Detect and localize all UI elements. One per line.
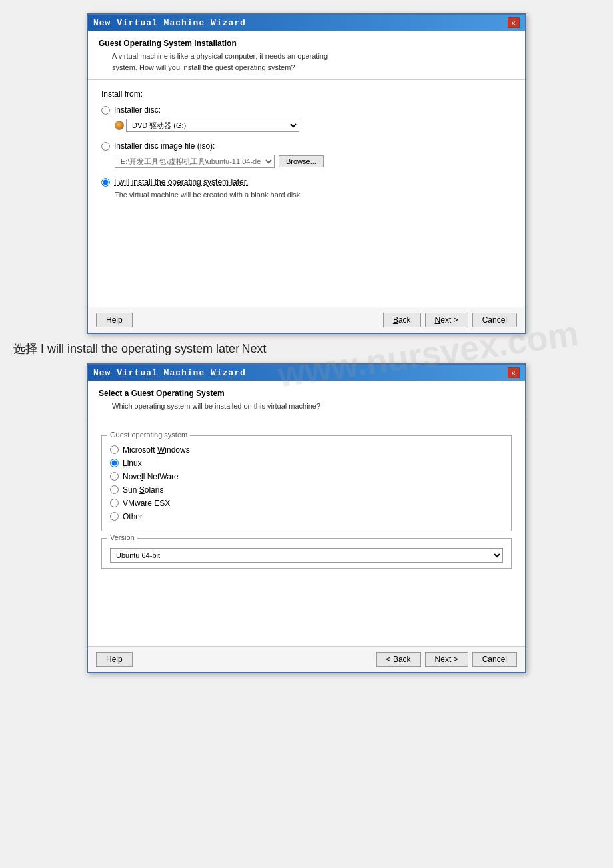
wizard2-window: New Virtual Machine Wizard ✕ Select a Gu… xyxy=(87,363,526,673)
wizard1-title: New Virtual Machine Wizard xyxy=(93,18,246,28)
later-description: The virtual machine will be created with… xyxy=(115,191,512,199)
version-group: Version Ubuntu 64-bit Ubuntu Other Linux… xyxy=(101,538,512,569)
wizard2-header-desc: Which operating system will be installed… xyxy=(99,401,514,412)
wizard1-help-button[interactable]: Help xyxy=(96,313,133,327)
footer-right-1: Back Next > Cancel xyxy=(383,313,517,327)
wizard1-body: Install from: Installer disc: DVD 驱动器 (G… xyxy=(88,80,525,307)
footer-right-2: < Back Next > Cancel xyxy=(376,652,517,667)
esx-radio-row: VMware ESX xyxy=(110,499,503,508)
later-radio-row: I will install the operating system late… xyxy=(101,177,512,187)
wizard1-footer: Help Back Next > Cancel xyxy=(88,307,525,333)
installer-disc-label: Installer disc: xyxy=(114,105,161,115)
solaris-radio-row: Sun Solaris xyxy=(110,485,503,495)
novell-radio[interactable] xyxy=(110,472,119,481)
later-radio[interactable] xyxy=(101,178,110,187)
linux-label: Linux xyxy=(123,459,142,468)
wizard1-header: Guest Operating System Installation A vi… xyxy=(88,31,525,80)
wizard1-cancel-button[interactable]: Cancel xyxy=(472,313,517,327)
esx-label: VMware ESX xyxy=(123,499,170,508)
wizard1-back-button[interactable]: Back xyxy=(383,313,421,327)
install-from-label: Install from: xyxy=(101,89,512,99)
windows-label: Microsoft Windows xyxy=(123,445,190,455)
wizard1-window: New Virtual Machine Wizard ✕ Guest Opera… xyxy=(87,13,526,334)
browse-button[interactable]: Browse... xyxy=(279,155,324,167)
dvd-select[interactable]: DVD 驱动器 (G:) xyxy=(126,119,299,132)
wizard1-close-button[interactable]: ✕ xyxy=(508,17,520,28)
wizard1-titlebar: New Virtual Machine Wizard ✕ xyxy=(88,15,525,31)
guest-os-legend: Guest operating system xyxy=(107,431,190,439)
windows-radio-row: Microsoft Windows xyxy=(110,445,503,455)
guest-os-options: Microsoft Windows Linux Novell NetWare xyxy=(110,445,503,521)
footer-left-2: Help xyxy=(96,652,133,667)
installer-disc-row: Installer disc: xyxy=(101,105,512,115)
windows-radio[interactable] xyxy=(110,445,119,454)
wizard2-footer: Help < Back Next > Cancel xyxy=(88,646,525,672)
wizard2-header-title: Select a Guest Operating System xyxy=(99,389,514,398)
novell-radio-row: Novell NetWare xyxy=(110,472,503,481)
footer-left-1: Help xyxy=(96,313,133,327)
wizard2-close-button[interactable]: ✕ xyxy=(508,367,520,378)
iso-path-row: E:\开发工具包\虚拟机工具\ubuntu-11.04-desktop-ar B… xyxy=(115,155,512,168)
separator-section: 选择 I will install the operating system l… xyxy=(13,341,600,357)
esx-radio[interactable] xyxy=(110,499,119,507)
solaris-radio[interactable] xyxy=(110,485,119,494)
wizard2-title: New Virtual Machine Wizard xyxy=(93,368,246,378)
dvd-dropdown-row: DVD 驱动器 (G:) xyxy=(115,119,512,132)
wizard2-help-button[interactable]: Help xyxy=(96,652,133,667)
next-label-sep: Next xyxy=(241,342,266,355)
version-select[interactable]: Ubuntu 64-bit Ubuntu Other Linux 3.x ker… xyxy=(110,548,503,563)
wizard2-next-button[interactable]: Next > xyxy=(425,652,468,667)
wizard1-header-desc1: A virtual machine is like a physical com… xyxy=(99,51,514,73)
iso-label: Installer disc image file (iso): xyxy=(114,141,215,151)
version-legend: Version xyxy=(107,533,137,541)
wizard2-cancel-button[interactable]: Cancel xyxy=(472,652,517,667)
radio-group-later: I will install the operating system late… xyxy=(101,177,512,199)
iso-radio[interactable] xyxy=(101,142,110,151)
solaris-label: Sun Solaris xyxy=(123,485,163,495)
wizard1-next-button[interactable]: Next > xyxy=(425,313,468,327)
radio-group-disc: Installer disc: DVD 驱动器 (G:) xyxy=(101,105,512,132)
other-radio[interactable] xyxy=(110,512,119,521)
dvd-icon xyxy=(115,121,124,130)
separator-text: 选择 I will install the operating system l… xyxy=(13,342,239,355)
linux-radio[interactable] xyxy=(110,459,119,467)
later-label: I will install the operating system late… xyxy=(114,177,248,187)
wizard2-body: Guest operating system Microsoft Windows… xyxy=(88,419,525,646)
iso-radio-row: Installer disc image file (iso): xyxy=(101,141,512,151)
iso-path-select[interactable]: E:\开发工具包\虚拟机工具\ubuntu-11.04-desktop-ar xyxy=(115,155,275,168)
wizard1-header-title: Guest Operating System Installation xyxy=(99,39,514,48)
wizard2-titlebar: New Virtual Machine Wizard ✕ xyxy=(88,365,525,381)
radio-group-iso: Installer disc image file (iso): E:\开发工具… xyxy=(101,141,512,168)
other-label: Other xyxy=(123,512,143,521)
linux-radio-row: Linux xyxy=(110,459,503,468)
wizard2-header: Select a Guest Operating System Which op… xyxy=(88,381,525,419)
wizard2-back-button[interactable]: < Back xyxy=(376,652,421,667)
novell-label: Novell NetWare xyxy=(123,472,179,481)
guest-os-group: Guest operating system Microsoft Windows… xyxy=(101,435,512,531)
other-radio-row: Other xyxy=(110,512,503,521)
installer-disc-radio[interactable] xyxy=(101,106,110,115)
